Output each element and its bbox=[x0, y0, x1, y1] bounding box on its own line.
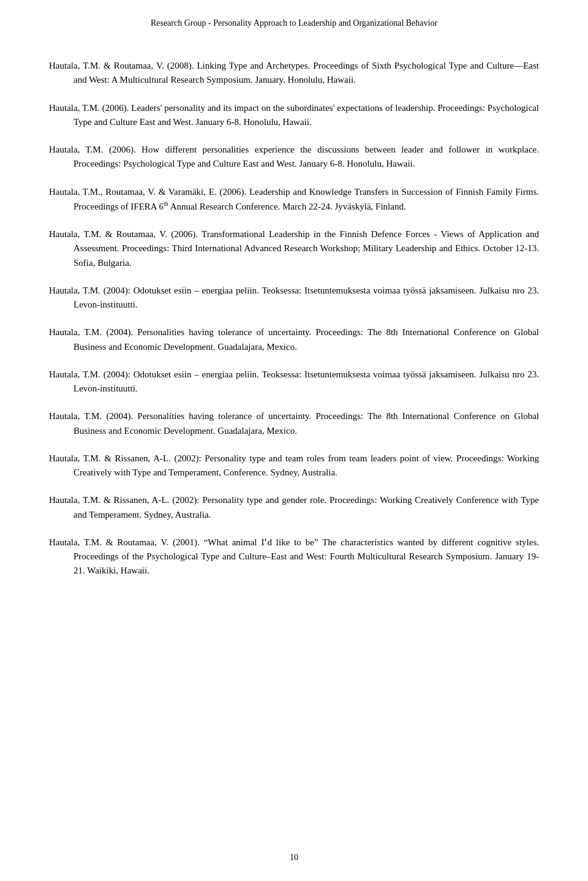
list-item: Hautala, T.M. (2004): Odotukset esiin – … bbox=[49, 368, 539, 396]
list-item: Hautala, T.M. (2006). How different pers… bbox=[49, 143, 539, 172]
entry-text-part3: Annual Research Conference. March 22-24.… bbox=[168, 202, 406, 211]
entry-text: Hautala, T.M. & Routamaa, V. (2008). Lin… bbox=[49, 59, 539, 88]
list-item: Hautala, T.M. & Routamaa, V. (2008). Lin… bbox=[49, 59, 539, 88]
page: Research Group - Personality Approach to… bbox=[0, 0, 588, 881]
list-item: Hautala, T.M. (2004): Odotukset esiin – … bbox=[49, 284, 539, 312]
list-item: Hautala, T.M. (2004). Personalities havi… bbox=[49, 325, 539, 354]
entry-text: Hautala, T.M. & Rissanen, A-L. (2002): P… bbox=[49, 493, 539, 522]
list-item: Hautala, T.M. (2006). Leaders' personali… bbox=[49, 101, 539, 130]
entry-text: Hautala, T.M. (2006). Leaders' personali… bbox=[49, 101, 539, 130]
entry-text: Hautala, T.M. (2004). Personalities havi… bbox=[49, 409, 539, 438]
list-item: Hautala, T.M., Routamaa, V. & Varamäki, … bbox=[49, 185, 539, 214]
page-header: Research Group - Personality Approach to… bbox=[49, 18, 539, 34]
list-item: Hautala, T.M. (2004). Personalities havi… bbox=[49, 409, 539, 438]
entry-text: Hautala, T.M. & Rissanen, A-L. (2002): P… bbox=[49, 452, 539, 480]
references-list: Hautala, T.M. & Routamaa, V. (2008). Lin… bbox=[49, 59, 539, 578]
entry-text: Hautala, T.M. (2004): Odotukset esiin – … bbox=[49, 284, 539, 312]
page-footer: 10 bbox=[0, 853, 588, 863]
entry-text: Hautala, T.M. & Routamaa, V. (2006). Tra… bbox=[49, 227, 539, 270]
entry-text: Hautala, T.M. & Routamaa, V. (2001). “Wh… bbox=[49, 535, 539, 578]
page-number: 10 bbox=[290, 853, 298, 862]
list-item: Hautala, T.M. & Rissanen, A-L. (2002): P… bbox=[49, 493, 539, 522]
list-item: Hautala, T.M. & Rissanen, A-L. (2002): P… bbox=[49, 452, 539, 480]
entry-text: Hautala, T.M., Routamaa, V. & Varamäki, … bbox=[49, 185, 539, 214]
header-text: Research Group - Personality Approach to… bbox=[151, 18, 437, 28]
entry-text: Hautala, T.M. (2004): Odotukset esiin – … bbox=[49, 368, 539, 396]
list-item: Hautala, T.M. & Routamaa, V. (2001). “Wh… bbox=[49, 535, 539, 578]
superscript: th bbox=[164, 200, 168, 207]
entry-text: Hautala, T.M. (2006). How different pers… bbox=[49, 143, 539, 172]
entry-text: Hautala, T.M. (2004). Personalities havi… bbox=[49, 325, 539, 354]
list-item: Hautala, T.M. & Routamaa, V. (2006). Tra… bbox=[49, 227, 539, 270]
